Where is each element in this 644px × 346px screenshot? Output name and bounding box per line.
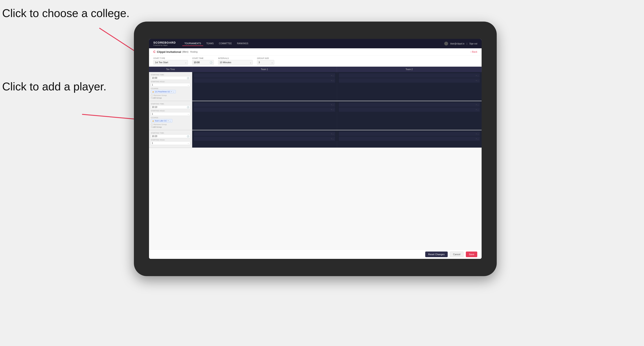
- start-time-label: Start Time: [192, 57, 214, 59]
- clock-icon-1: 🕓: [187, 77, 189, 79]
- col-tee-time: Tee Time: [149, 67, 192, 72]
- player-slot-1-2[interactable]: × ⌄: [194, 78, 335, 83]
- user-email: blair@clippd.io: [450, 42, 464, 45]
- nav-committee[interactable]: COMMITTEE: [216, 41, 234, 46]
- player-slot-3-2[interactable]: × ⌄: [194, 107, 335, 112]
- group-row-1: STARTING TIME: 10:00 🕓 STARTING HOLE: 1 …: [149, 72, 482, 101]
- group-left-3: STARTING TIME: 10:20 🕓 STARTING HOLE: 1 …: [149, 130, 192, 148]
- cancel-button[interactable]: Cancel: [450, 252, 464, 257]
- logo-sub: Powered by clippd: [153, 44, 176, 46]
- course-tag-2[interactable]: 🍺 East Lake GC × ⌄: [151, 119, 172, 123]
- intervals-select[interactable]: 10 Minutes: [218, 60, 253, 65]
- nav-links: TOURNAMENTS TEAMS COMMITTEE RANKINGS: [182, 41, 444, 46]
- start-time-value: 10:00: [194, 61, 200, 64]
- course-tag-1[interactable]: 🍺 (A) Peachtree GC × ⌄: [151, 90, 176, 93]
- hole-select-2[interactable]: 1 ⌄: [151, 112, 190, 116]
- group-size-label: Group Size: [257, 57, 274, 59]
- start-type-select[interactable]: 1st Tee Start: [153, 60, 188, 65]
- action-links-2: ◯ Remove Group + Add Group: [151, 123, 190, 128]
- starting-time-label-2: STARTING TIME:: [151, 103, 190, 105]
- intervals-group: Intervals 10 Minutes: [218, 57, 253, 65]
- app-header: SCOREBOARD Powered by clippd TOURNAMENTS…: [149, 39, 482, 48]
- starting-hole-label-2: STARTING HOLE:: [151, 110, 190, 112]
- nav-teams[interactable]: TEAMS: [204, 41, 216, 46]
- course-expand-2[interactable]: ⌄: [169, 120, 171, 122]
- main-content: STARTING TIME: 10:00 🕓 STARTING HOLE: 1 …: [149, 72, 482, 250]
- group-size-group: Group Size 3: [257, 57, 274, 65]
- clock-icon: 🕓: [210, 61, 212, 64]
- course-expand-1[interactable]: ⌄: [173, 91, 174, 93]
- remove-group-2[interactable]: ◯ Remove Group: [151, 123, 190, 126]
- player-slot-1-1[interactable]: × ⌄: [194, 73, 335, 78]
- group-left-2: STARTING TIME: 10:10 🕓 STARTING HOLE: 1 …: [149, 101, 192, 130]
- player-slot-3-1[interactable]: × ⌄: [194, 102, 335, 107]
- team1-col-2: × ⌄ × ⌄: [192, 101, 337, 130]
- col-team1: Team 1: [192, 67, 337, 72]
- team2-col-3: × ⌄ × ⌄: [337, 130, 482, 148]
- sub-header: C Clippd Invitational (Men) Hosting ‹ Ba…: [149, 48, 482, 55]
- course-remove-1[interactable]: ×: [171, 91, 172, 93]
- starting-time-label-1: STARTING TIME:: [151, 74, 190, 76]
- logo-area: SCOREBOARD Powered by clippd: [153, 41, 176, 46]
- clock-icon-2: 🕓: [187, 106, 189, 108]
- team2-col-2: × ⌄ × ⌄: [337, 101, 482, 130]
- logo-title: SCOREBOARD: [153, 41, 176, 44]
- nav-rankings[interactable]: RANKINGS: [235, 41, 250, 46]
- group-right-2: × ⌄ × ⌄ × ⌄ × ⌄: [192, 101, 482, 130]
- save-button[interactable]: Save: [466, 252, 477, 257]
- table-header: Tee Time Team 1 Team 2: [149, 67, 482, 72]
- player-slot-2-2[interactable]: × ⌄: [339, 78, 480, 83]
- tournament-title: Clippd Invitational: [157, 50, 181, 53]
- gender-badge: (Men): [182, 50, 188, 53]
- team1-col-1: × ⌄ × ⌄: [192, 72, 337, 101]
- player-slot-4-1[interactable]: × ⌄: [339, 102, 480, 107]
- team2-col-1: × ⌄ × ⌄: [337, 72, 482, 101]
- clock-icon-3: 🕓: [187, 135, 189, 137]
- player-slot-6-2[interactable]: × ⌄: [339, 137, 480, 141]
- starting-time-input-2[interactable]: 10:10 🕓: [151, 105, 190, 109]
- back-button[interactable]: ‹ Back: [470, 50, 477, 53]
- course-row-1: 🍺 (A) Peachtree GC × ⌄: [151, 90, 190, 93]
- remove-group-1[interactable]: ◯ Remove Group: [151, 94, 190, 96]
- user-avatar: [444, 42, 448, 45]
- group-right-3: × ⌄ × ⌄ × ⌄ × ⌄: [192, 130, 482, 148]
- group-size-select[interactable]: 3: [257, 60, 274, 65]
- starting-time-input-3[interactable]: 10:20 🕓: [151, 134, 190, 138]
- player-slot-2-1[interactable]: × ⌄: [339, 73, 480, 78]
- player-slot-6-1[interactable]: × ⌄: [339, 132, 480, 136]
- start-time-group: Start Time 10:00 🕓: [192, 57, 214, 65]
- start-type-group: Start Type 1st Tee Start: [153, 57, 188, 65]
- app-footer: Reset Changes Cancel Save: [149, 250, 482, 259]
- player-slot-4-2[interactable]: × ⌄: [339, 107, 480, 112]
- course-row-2: 🍺 East Lake GC × ⌄: [151, 119, 190, 123]
- player-slot-5-2[interactable]: × ⌄: [194, 137, 335, 141]
- starting-hole-label-1: STARTING HOLE:: [151, 81, 190, 83]
- tournament-logo: C: [153, 50, 156, 53]
- action-links-1: ◯ Remove Group + Add Group: [151, 94, 190, 99]
- group-right-1: × ⌄ × ⌄ × ⌄ × ⌄: [192, 72, 482, 101]
- course-label-2: COURSE:: [151, 117, 190, 119]
- hole-select-3[interactable]: 1 ⌄: [151, 141, 190, 145]
- starting-time-label-3: STARTING TIME:: [151, 132, 190, 134]
- course-remove-2[interactable]: ×: [168, 120, 169, 122]
- group-left-1: STARTING TIME: 10:00 🕓 STARTING HOLE: 1 …: [149, 72, 192, 101]
- annotation-add-player: Click to add a player.: [2, 80, 106, 93]
- player-slot-5-1[interactable]: × ⌄: [194, 132, 335, 136]
- sign-out-link[interactable]: Sign out: [469, 42, 477, 45]
- annotation-choose-college: Click to choose a college.: [2, 6, 130, 20]
- group-row-2: STARTING TIME: 10:10 🕓 STARTING HOLE: 1 …: [149, 101, 482, 130]
- col-team2: Team 2: [337, 67, 482, 72]
- course-label-1: COURSE:: [151, 88, 190, 90]
- starting-hole-label-3: STARTING HOLE:: [151, 139, 190, 141]
- group-row-3: STARTING TIME: 10:20 🕓 STARTING HOLE: 1 …: [149, 130, 482, 148]
- controls-row: Start Type 1st Tee Start Start Time 10:0…: [149, 55, 482, 67]
- starting-time-input-1[interactable]: 10:00 🕓: [151, 76, 190, 80]
- nav-tournaments[interactable]: TOURNAMENTS: [182, 41, 203, 46]
- add-group-2[interactable]: + Add Group: [151, 126, 190, 128]
- header-right: blair@clippd.io | Sign out: [444, 42, 477, 45]
- start-type-label: Start Type: [153, 57, 188, 59]
- hole-select-1[interactable]: 1 ⌄: [151, 83, 190, 87]
- reset-button[interactable]: Reset Changes: [425, 252, 448, 257]
- team1-col-3: × ⌄ × ⌄: [192, 130, 337, 148]
- add-group-1[interactable]: + Add Group: [151, 97, 190, 99]
